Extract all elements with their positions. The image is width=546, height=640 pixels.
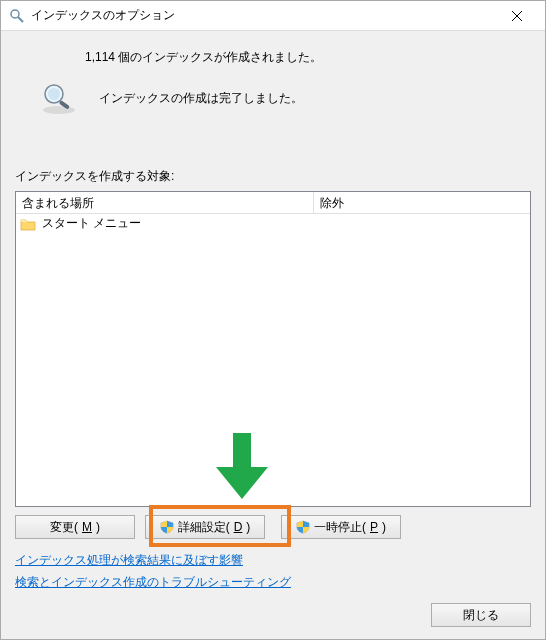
advanced-button[interactable]: 詳細設定(D) [145, 515, 265, 539]
locations-list[interactable]: 含まれる場所 除外 スタート メニュー [15, 191, 531, 507]
list-body: スタート メニュー [16, 214, 530, 506]
svg-point-4 [43, 106, 75, 114]
content-area: 1,114 個のインデックスが作成されました。 インデックスの作成は完了しました… [1, 31, 545, 639]
window-close-button[interactable] [497, 2, 537, 30]
list-item-label: スタート メニュー [42, 215, 141, 232]
close-button[interactable]: 閉じる [431, 603, 531, 627]
svg-point-6 [48, 88, 60, 100]
folder-icon [20, 216, 36, 232]
app-icon [9, 8, 25, 24]
link-troubleshooting[interactable]: 検索とインデックス作成のトラブルシューティング [15, 575, 291, 589]
target-section-label: インデックスを作成する対象: [15, 168, 531, 185]
dialog-window: インデックスのオプション 1,114 個のインデックスが作成されました。 インデ… [0, 0, 546, 640]
list-header: 含まれる場所 除外 [16, 192, 530, 214]
window-title: インデックスのオプション [31, 7, 497, 24]
status-count-text: 1,114 個のインデックスが作成されました。 [85, 49, 322, 66]
status-completion-text: インデックスの作成は完了しました。 [99, 90, 303, 107]
footer: 閉じる [15, 593, 531, 627]
magnifier-icon [37, 82, 81, 116]
annotation-arrow-icon [216, 433, 268, 502]
shield-icon [296, 520, 310, 534]
svg-line-1 [18, 17, 23, 22]
status-completion-row: インデックスの作成は完了しました。 [15, 66, 531, 116]
svg-point-0 [11, 10, 19, 18]
column-included[interactable]: 含まれる場所 [16, 192, 314, 213]
buttons-row: 変更(M) 詳細設定(D) [15, 507, 531, 539]
links-area: インデックス処理が検索結果に及ぼす影響 検索とインデックス作成のトラブルシューテ… [15, 539, 531, 593]
change-button[interactable]: 変更(M) [15, 515, 135, 539]
list-item[interactable]: スタート メニュー [16, 214, 530, 234]
link-affect-results[interactable]: インデックス処理が検索結果に及ぼす影響 [15, 553, 243, 567]
pause-button[interactable]: 一時停止(P) [281, 515, 401, 539]
titlebar: インデックスのオプション [1, 1, 545, 31]
shield-icon [160, 520, 174, 534]
column-excluded[interactable]: 除外 [314, 192, 530, 213]
status-count-row: 1,114 個のインデックスが作成されました。 [15, 45, 531, 66]
